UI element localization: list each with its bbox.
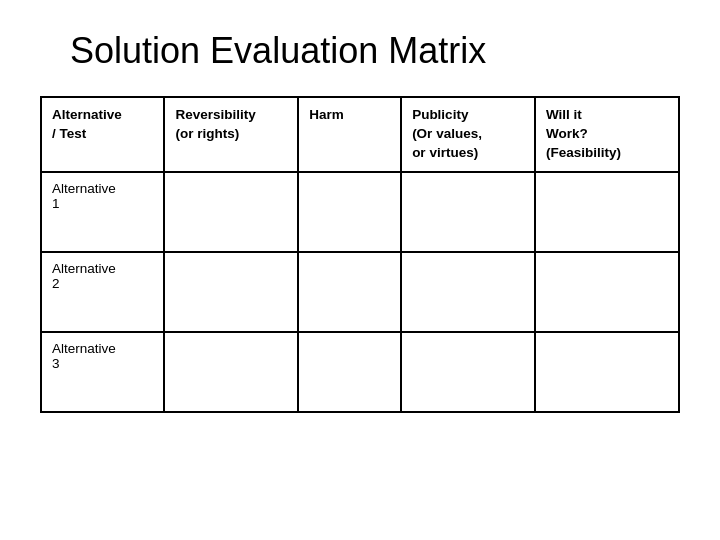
page: Solution Evaluation Matrix Alternative/ … [0,0,720,540]
alternative-1-label: Alternative1 [41,172,164,252]
alternative-3-will-it-work [535,332,679,412]
alternative-2-reversibility [164,252,298,332]
evaluation-matrix: Alternative/ Test Reversibility(or right… [40,96,680,413]
alternative-1-reversibility [164,172,298,252]
header-cell-reversibility: Reversibility(or rights) [164,97,298,172]
header-row: Alternative/ Test Reversibility(or right… [41,97,679,172]
header-cell-will-it-work: Will itWork?(Feasibility) [535,97,679,172]
header-cell-publicity: Publicity(Or values,or virtues) [401,97,535,172]
alternative-3-label: Alternative3 [41,332,164,412]
table-row: Alternative1 [41,172,679,252]
alternative-3-publicity [401,332,535,412]
alternative-2-will-it-work [535,252,679,332]
alternative-2-harm [298,252,401,332]
alternative-1-publicity [401,172,535,252]
page-title: Solution Evaluation Matrix [40,30,486,72]
alternative-3-harm [298,332,401,412]
alternative-2-publicity [401,252,535,332]
alternative-1-harm [298,172,401,252]
alternative-1-will-it-work [535,172,679,252]
header-cell-harm: Harm [298,97,401,172]
table-row: Alternative2 [41,252,679,332]
table-row: Alternative3 [41,332,679,412]
header-cell-alternative: Alternative/ Test [41,97,164,172]
alternative-2-label: Alternative2 [41,252,164,332]
alternative-3-reversibility [164,332,298,412]
